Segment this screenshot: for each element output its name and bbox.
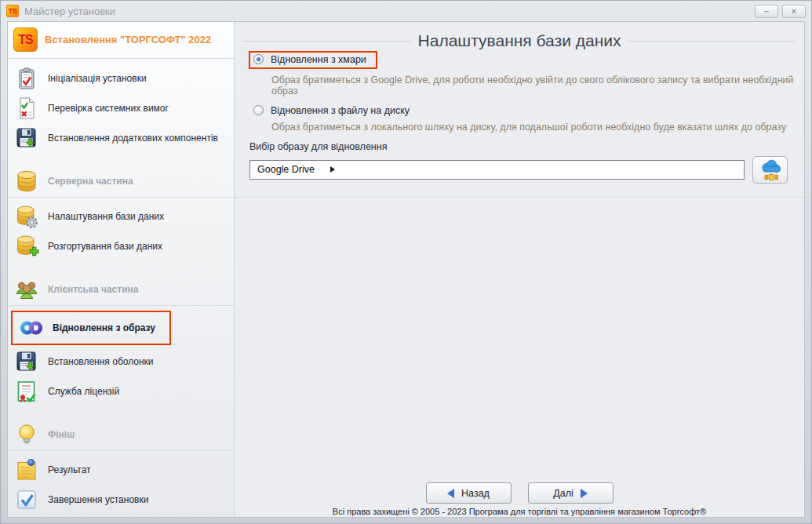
sidebar-item-db-settings[interactable]: Налаштування бази даних bbox=[8, 202, 234, 231]
database-gear-icon bbox=[14, 204, 39, 229]
image-source-field[interactable]: Google Drive bbox=[249, 160, 745, 180]
content-area: TS Встановлення "ТОРГСОФТ" 2022 Ініціалі… bbox=[7, 21, 805, 518]
clipboard-check-icon bbox=[14, 66, 39, 91]
infinity-icon bbox=[19, 315, 44, 340]
cloud-restore-description: Образ братиметься з Google Drive, для ро… bbox=[271, 75, 804, 96]
window-title: Майстер установки bbox=[24, 5, 751, 17]
requirements-page-icon bbox=[14, 96, 39, 121]
database-icon bbox=[14, 169, 39, 194]
back-arrow-icon bbox=[447, 489, 454, 498]
highlight-box-active-step: Відновлення з образу bbox=[11, 311, 171, 345]
dropdown-arrow-icon[interactable] bbox=[330, 166, 335, 173]
sidebar-item-label: Відновлення з образу bbox=[53, 322, 155, 333]
sidebar-item-label: Служба ліцензій bbox=[48, 386, 119, 397]
app-logo-icon: TS bbox=[6, 5, 19, 17]
radio-label: Відновлення з хмари bbox=[271, 54, 366, 65]
title-bar: TS Майстер установки – × bbox=[1, 1, 811, 21]
sidebar-item-label: Налаштування бази даних bbox=[48, 211, 164, 222]
sidebar-item-shell-install[interactable]: Встановлення оболонки bbox=[8, 347, 234, 377]
section-divider bbox=[235, 197, 804, 198]
license-certificate-icon bbox=[14, 379, 39, 404]
sidebar-item-initialization[interactable]: Ініціалізація установки bbox=[8, 64, 234, 93]
floppy-install-icon bbox=[14, 349, 39, 374]
restore-options: Відновлення з хмари Образ братиметься з … bbox=[249, 50, 804, 133]
radio-label: Відновлення з файлу на диску bbox=[271, 105, 410, 116]
sidebar-header: TS Встановлення "ТОРГСОФТ" 2022 bbox=[8, 25, 234, 59]
back-button[interactable]: Назад bbox=[426, 482, 512, 504]
sidebar-item-db-deploy[interactable]: Розгортування бази даних bbox=[8, 231, 234, 261]
lightbulb-icon bbox=[14, 422, 39, 447]
sidebar-item-label: Результат bbox=[48, 464, 91, 475]
steps-sidebar: TS Встановлення "ТОРГСОФТ" 2022 Ініціалі… bbox=[8, 22, 235, 517]
page-title-row: Налаштування бази даних bbox=[236, 31, 803, 50]
minimize-button[interactable]: – bbox=[755, 5, 778, 18]
copyright-footer: Всі права захищені © 2005 - 2023 Програм… bbox=[235, 507, 804, 516]
wizard-navigation: Назад Далі bbox=[235, 482, 804, 504]
radio-button-icon[interactable] bbox=[253, 54, 264, 64]
floppy-install-icon bbox=[14, 126, 39, 151]
highlight-box-cloud-option: Відновлення з хмари bbox=[249, 51, 377, 69]
sidebar-item-label: Перевірка системних вимог bbox=[48, 103, 169, 114]
next-button[interactable]: Далі bbox=[528, 482, 614, 504]
sidebar-section-label: Фініш bbox=[48, 429, 75, 440]
sidebar-item-restore-image[interactable]: Відновлення з образу bbox=[13, 312, 169, 344]
sidebar-section-label: Клієнтська частина bbox=[48, 284, 138, 295]
steps-list: Ініціалізація установки Перевірка систем… bbox=[8, 59, 234, 515]
radio-disk-restore[interactable]: Відновлення з файлу на диску bbox=[253, 105, 804, 116]
sidebar-item-label: Встановлення додаткових компонентів bbox=[48, 133, 218, 144]
sidebar-item-license-service[interactable]: Служба ліцензій bbox=[8, 377, 234, 406]
sidebar-item-system-check[interactable]: Перевірка системних вимог bbox=[8, 93, 234, 123]
sidebar-section-finish: Фініш bbox=[8, 418, 234, 451]
sidebar-section-client: Клієнтська частина bbox=[8, 273, 234, 306]
page-title: Налаштування бази даних bbox=[418, 31, 621, 50]
image-source-value: Google Drive bbox=[257, 164, 315, 175]
main-panel: Налаштування бази даних Відновлення з хм… bbox=[235, 22, 804, 517]
radio-cloud-restore[interactable]: Відновлення з хмари bbox=[253, 54, 366, 65]
disk-restore-description: Образ братиметься з локального шляху на … bbox=[271, 122, 804, 133]
sidebar-item-components[interactable]: Встановлення додаткових компонентів bbox=[8, 123, 234, 153]
torgsoft-logo-icon: TS bbox=[13, 27, 38, 52]
sidebar-item-label: Встановлення оболонки bbox=[48, 356, 154, 367]
database-plus-icon bbox=[14, 234, 39, 259]
back-button-label: Назад bbox=[461, 488, 490, 499]
sidebar-item-complete[interactable]: Завершення установки bbox=[8, 485, 234, 515]
image-select-label: Вибір образу для відновлення bbox=[249, 141, 804, 152]
sidebar-section-server: Серверна частина bbox=[8, 165, 234, 198]
wizard-window: TS Майстер установки – × TS Встановлення… bbox=[0, 0, 812, 524]
finish-check-icon bbox=[14, 487, 39, 512]
cloud-download-button[interactable] bbox=[752, 156, 788, 184]
sidebar-section-label: Серверна частина bbox=[48, 176, 133, 187]
close-button[interactable]: × bbox=[782, 5, 806, 18]
sidebar-item-result[interactable]: Результат bbox=[8, 455, 234, 485]
sidebar-item-label: Завершення установки bbox=[48, 494, 148, 505]
people-group-icon bbox=[14, 277, 39, 302]
radio-button-icon[interactable] bbox=[253, 105, 264, 115]
next-arrow-icon bbox=[581, 489, 588, 498]
sidebar-item-label: Розгортування бази даних bbox=[48, 241, 162, 252]
note-icon bbox=[14, 457, 39, 482]
sidebar-item-label: Ініціалізація установки bbox=[48, 73, 147, 84]
next-button-label: Далі bbox=[553, 488, 573, 499]
image-select-row: Google Drive bbox=[249, 156, 804, 184]
sidebar-header-title: Встановлення "ТОРГСОФТ" 2022 bbox=[45, 34, 211, 45]
cloud-download-icon bbox=[757, 157, 784, 182]
